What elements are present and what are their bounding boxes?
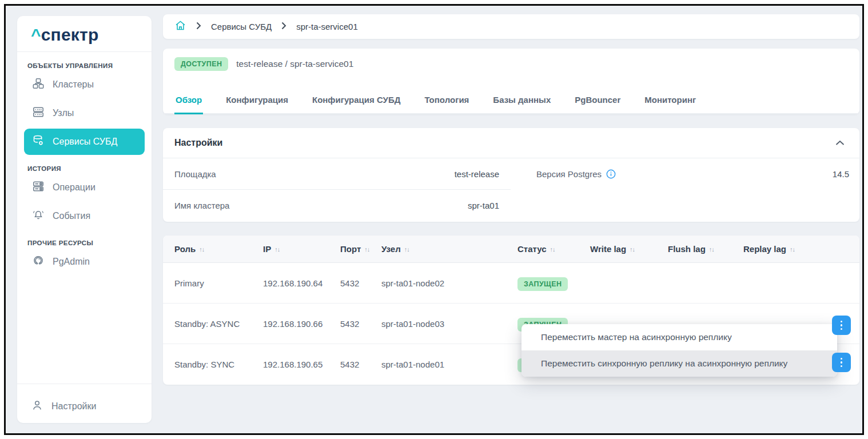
sidebar-item-operations[interactable]: Операции (24, 174, 145, 201)
sidebar-section-other: ПРОЧИЕ РЕСУРСЫ (27, 240, 152, 246)
table-header-row: Роль↑↓ IP↑↓ Порт↑↓ Узел↑↓ Статус↑↓ Write… (163, 236, 859, 263)
tab-configuration[interactable]: Конфигурация (225, 87, 289, 114)
service-header-card: ДОСТУПЕН test-release / spr-ta-service01… (163, 49, 859, 114)
sidebar-item-label: Операции (53, 182, 95, 193)
user-icon (31, 399, 43, 414)
tab-overview[interactable]: Обзор (174, 87, 203, 114)
menu-item-move-master[interactable]: Переместить мастер на асинхронную реплик… (521, 324, 837, 350)
column-header-port[interactable]: Порт↑↓ (340, 244, 381, 254)
operations-icon (32, 180, 45, 195)
setting-label: Имя кластера (174, 201, 229, 210)
column-header-flush-lag[interactable]: Flush lag↑↓ (668, 244, 743, 254)
service-header: ДОСТУПЕН test-release / spr-ta-service01 (163, 49, 859, 71)
context-menu: Переместить мастер на асинхронную реплик… (521, 324, 837, 377)
column-header-status[interactable]: Статус↑↓ (517, 244, 590, 254)
setting-label: Площадка (174, 169, 216, 179)
clusters-icon (32, 77, 45, 92)
cell-ip: 192.168.190.65 (263, 360, 340, 369)
tab-monitoring[interactable]: Мониторинг (643, 87, 697, 114)
sort-icon: ↑↓ (790, 246, 795, 253)
breadcrumb-current: spr-ta-service01 (296, 22, 358, 31)
sidebar-item-db-services[interactable]: Сервисы СУБД (24, 129, 145, 155)
column-header-node[interactable]: Узел↑↓ (381, 244, 517, 254)
sidebar-item-settings[interactable]: Настройки (31, 393, 96, 420)
db-services-icon (32, 134, 45, 149)
cell-role: Standby: ASYNC (174, 319, 263, 329)
info-icon[interactable] (606, 169, 616, 179)
sidebar-item-pgadmin[interactable]: PgAdmin (24, 249, 145, 275)
setting-row-postgres-version: Версия Postgres 14.5 (511, 158, 859, 190)
sidebar-section-history: ИСТОРИЯ (27, 165, 152, 172)
tab-dbms-configuration[interactable]: Конфигурация СУБД (311, 87, 401, 114)
cell-role: Standby: SYNC (174, 360, 263, 369)
settings-left-column: Площадка test-release Имя кластера spr-t… (163, 158, 511, 221)
nodes-icon (32, 106, 45, 121)
tab-bar: Обзор Конфигурация Конфигурация СУБД Топ… (163, 87, 859, 114)
logo-caret: ^ (31, 25, 41, 44)
pgadmin-elephant-icon (32, 254, 45, 269)
breadcrumb-link-db-services[interactable]: Сервисы СУБД (211, 22, 272, 31)
column-header-role[interactable]: Роль↑↓ (174, 244, 263, 254)
settings-header: Настройки (163, 128, 859, 158)
sidebar-item-label: Кластеры (53, 79, 94, 90)
setting-value: spr-ta01 (468, 201, 499, 210)
sidebar-item-label: События (53, 211, 90, 221)
chevron-right-icon (281, 22, 286, 32)
status-badge: ЗАПУЩЕН (517, 277, 568, 291)
setting-label: Версия Postgres (536, 169, 602, 179)
service-title: test-release / spr-ta-service01 (236, 59, 353, 69)
sort-icon: ↑↓ (630, 246, 635, 253)
sidebar: ^спектр ОБЪЕКТЫ УПРАВЛЕНИЯ Кластеры (17, 16, 152, 423)
sidebar-item-nodes[interactable]: Узлы (24, 100, 145, 126)
cell-ip: 192.168.190.66 (263, 319, 340, 329)
cell-node: spr-ta01-node03 (381, 319, 517, 329)
setting-value: test-release (455, 169, 499, 179)
settings-right-column: Версия Postgres 14.5 (511, 158, 859, 221)
tab-databases[interactable]: Базы данных (492, 87, 552, 114)
divider (17, 384, 152, 384)
brand-logo[interactable]: ^спектр (17, 16, 152, 45)
cell-role: Primary (174, 278, 263, 288)
settings-body: Площадка test-release Имя кластера spr-t… (163, 158, 859, 221)
row-actions-button-async[interactable] (832, 316, 851, 335)
tab-pgbouncer[interactable]: PgBouncer (574, 87, 622, 114)
tab-topology[interactable]: Топология (423, 87, 470, 114)
cell-ip: 192.168.190.64 (263, 278, 340, 288)
column-header-replay-lag[interactable]: Replay lag↑↓ (743, 244, 849, 254)
divider (17, 51, 152, 52)
sidebar-section-objects: ОБЪЕКТЫ УПРАВЛЕНИЯ (27, 62, 152, 69)
sort-icon: ↑↓ (274, 246, 280, 253)
cell-node: spr-ta01-node02 (381, 278, 517, 288)
setting-row-cluster-name: Имя кластера spr-ta01 (163, 190, 511, 221)
sort-icon: ↑↓ (404, 246, 409, 253)
chevron-right-icon (196, 22, 201, 32)
table-row-primary: Primary 192.168.190.64 5432 spr-ta01-nod… (163, 263, 859, 304)
sidebar-item-label: Узлы (53, 108, 74, 118)
setting-value: 14.5 (833, 169, 849, 179)
sidebar-item-events[interactable]: События (24, 203, 145, 229)
cell-node: spr-ta01-node01 (381, 360, 517, 369)
settings-title: Настройки (174, 138, 222, 148)
sort-icon: ↑↓ (364, 246, 369, 253)
sidebar-footer-label: Настройки (51, 401, 96, 412)
breadcrumb: Сервисы СУБД spr-ta-service01 (163, 14, 859, 39)
sidebar-item-label: PgAdmin (53, 257, 90, 267)
cell-port: 5432 (340, 319, 381, 329)
sort-icon: ↑↓ (550, 246, 555, 253)
cell-port: 5432 (340, 278, 381, 288)
home-icon[interactable] (174, 19, 186, 34)
app-window: ^спектр ОБЪЕКТЫ УПРАВЛЕНИЯ Кластеры (0, 0, 868, 439)
row-actions-button-sync[interactable] (832, 353, 851, 372)
collapse-section-button[interactable] (835, 140, 845, 146)
sidebar-item-clusters[interactable]: Кластеры (24, 71, 145, 98)
menu-item-move-sync-replica[interactable]: Переместить синхронную реплику на асинхр… (521, 350, 837, 377)
sidebar-item-label: Сервисы СУБД (53, 137, 117, 147)
logo-text: спектр (41, 25, 99, 44)
column-header-ip[interactable]: IP↑↓ (263, 244, 340, 254)
column-header-write-lag[interactable]: Write lag↑↓ (590, 244, 668, 254)
sort-icon: ↑↓ (709, 246, 714, 253)
status-badge: ДОСТУПЕН (174, 57, 228, 71)
events-bell-icon (32, 209, 45, 224)
settings-card: Настройки Площадка test-release Имя клас… (163, 128, 859, 222)
sort-icon: ↑↓ (199, 246, 204, 253)
